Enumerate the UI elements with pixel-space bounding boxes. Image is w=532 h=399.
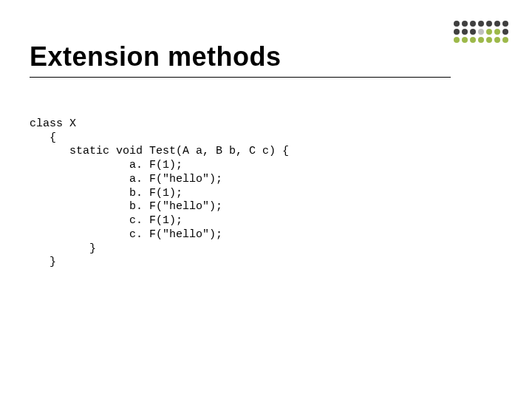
decor-dot — [478, 29, 484, 35]
decor-dot — [502, 21, 508, 27]
code-line: b. F("hello"); — [30, 200, 222, 213]
decor-dot — [454, 37, 460, 43]
decor-dot — [462, 21, 468, 27]
code-line: class X — [30, 117, 76, 130]
decor-dot — [486, 21, 492, 27]
code-line: } — [30, 256, 56, 268]
decor-dot — [454, 21, 460, 27]
code-line: a. F(1); — [30, 159, 183, 171]
code-line: b. F(1); — [30, 187, 183, 200]
decor-dot — [486, 37, 492, 43]
decor-dot — [486, 29, 492, 35]
decor-dot — [494, 29, 500, 35]
slide: Extension methods class X { static void … — [0, 0, 532, 399]
decor-dot — [494, 21, 500, 27]
code-block: class X { static void Test(A a, B b, C c… — [30, 103, 289, 284]
code-line: c. F("hello"); — [30, 228, 222, 241]
title-rule: Extension methods — [30, 41, 451, 78]
decor-dot — [470, 29, 476, 35]
decor-dot — [470, 37, 476, 43]
decor-dot — [462, 37, 468, 43]
code-line: } — [30, 242, 96, 255]
code-line: c. F(1); — [30, 214, 183, 227]
decor-dot — [462, 29, 468, 35]
slide-title: Extension methods — [30, 41, 451, 72]
decor-dot — [502, 37, 508, 43]
code-line: { — [30, 132, 56, 144]
decor-dot — [478, 21, 484, 27]
decor-dot — [502, 29, 508, 35]
decor-dots — [454, 21, 510, 44]
decor-dot — [454, 29, 460, 35]
decor-dot — [494, 37, 500, 43]
code-line: static void Test(A a, B b, C c) { — [30, 145, 289, 157]
decor-dot — [478, 37, 484, 43]
code-line: a. F("hello"); — [30, 173, 222, 185]
decor-dot — [470, 21, 476, 27]
